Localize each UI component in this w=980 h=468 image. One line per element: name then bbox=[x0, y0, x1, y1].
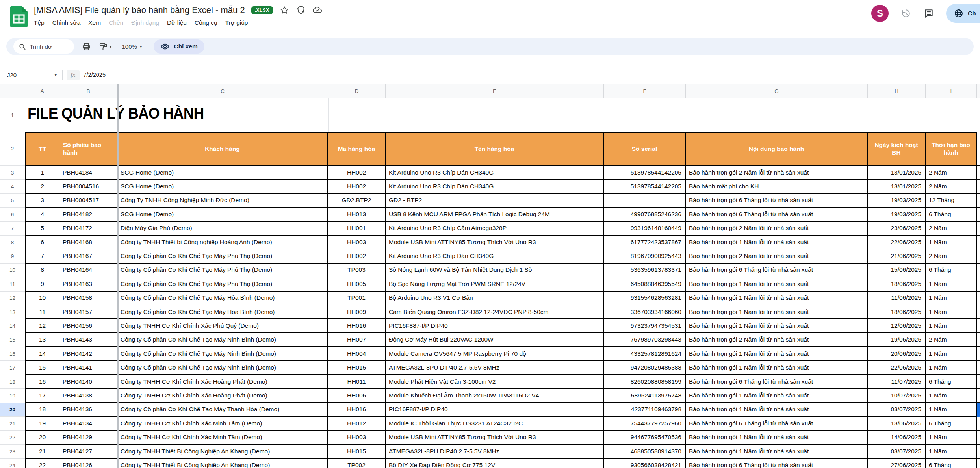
cell[interactable]: PBH04143 bbox=[59, 333, 117, 346]
cell[interactable]: PIC16F887-I/P DIP40 bbox=[386, 319, 604, 332]
cell[interactable]: Bảo hành trọn gói 6 Tháng lỗi từ nhà sản… bbox=[686, 264, 868, 277]
cell[interactable]: Bảo hành trọn gói 1 Năm lỗi từ nhà sản x… bbox=[686, 347, 868, 360]
cell[interactable]: 13 bbox=[25, 333, 59, 346]
comments-icon[interactable] bbox=[923, 8, 934, 19]
row-header-11[interactable]: 11 bbox=[0, 277, 25, 291]
cell[interactable]: Bảo hành trọn gói 1 Năm lỗi từ nhà sản x… bbox=[686, 445, 868, 458]
cell[interactable]: Kit Arduino Uno R3 Chíp Cắm Atmega328P bbox=[386, 222, 604, 235]
cell[interactable]: 6 Tháng bbox=[926, 264, 977, 277]
cell[interactable]: PBH0004517 bbox=[59, 194, 117, 207]
cell[interactable]: Công ty Cổ phần Cơ Khí Chế Tạo Máy Thanh… bbox=[117, 403, 328, 416]
cell[interactable]: 17 bbox=[25, 389, 59, 402]
cell[interactable]: USB 8 Kênh MCU ARM FPGA Phân Tích Logic … bbox=[386, 208, 604, 221]
column-header-cell[interactable]: Ngày kích hoạt BH bbox=[868, 132, 926, 165]
cell[interactable]: 18 bbox=[25, 403, 59, 416]
cell[interactable]: GĐ2 - BTP2 bbox=[386, 194, 604, 207]
cell[interactable]: 20 bbox=[25, 431, 59, 444]
cell[interactable]: 21 bbox=[25, 445, 59, 458]
cell[interactable]: Công ty Cổ phần Cơ Khí Chế Tạo Máy Hòa B… bbox=[117, 292, 328, 305]
cell[interactable]: Bảo hành trọn gói 1 Năm lỗi từ nhà sản x… bbox=[686, 389, 868, 402]
column-header-cell[interactable]: Tên hàng hóa bbox=[386, 132, 604, 165]
cell[interactable]: 22/06/2025 bbox=[868, 236, 926, 249]
zoom-control[interactable]: 100% ▾ bbox=[122, 43, 142, 50]
cell[interactable]: 10/07/2025 bbox=[868, 389, 926, 402]
cell[interactable]: Cảm Biến Quang Omron E3Z-D82 12-24VDC PN… bbox=[386, 305, 604, 318]
cell[interactable]: Kit Arduino Uno R3 Chíp Dán CH340G bbox=[386, 249, 604, 262]
cell[interactable]: 7 bbox=[25, 249, 59, 262]
cell[interactable]: PBH04141 bbox=[59, 361, 117, 374]
cell[interactable]: 589524113975748 bbox=[604, 389, 686, 402]
cell[interactable]: 22 bbox=[25, 459, 59, 468]
cell[interactable]: 6 Tháng bbox=[926, 459, 977, 468]
cell[interactable]: 8 bbox=[25, 264, 59, 277]
cell[interactable]: 14/06/2025 bbox=[868, 431, 926, 444]
cell[interactable]: Công ty TNHH Cơ Khí Chính Xác Phú Quý (D… bbox=[117, 319, 328, 332]
row-header-24[interactable]: 24 bbox=[0, 459, 25, 468]
row-header-2[interactable]: 2 bbox=[0, 132, 25, 166]
cell[interactable]: Công ty Cổ phần Cơ Khí Chế Tạo Máy Ninh … bbox=[117, 333, 328, 346]
cell[interactable]: Động Cơ Máy Hút Bụi 220VAC 1200W bbox=[386, 333, 604, 346]
cell[interactable]: 993196148160449 bbox=[604, 222, 686, 235]
column-header-H[interactable]: H bbox=[868, 84, 926, 98]
cell[interactable]: PBH04134 bbox=[59, 417, 117, 430]
cell[interactable]: 2 Năm bbox=[926, 333, 977, 346]
cell[interactable]: TP001 bbox=[328, 292, 386, 305]
cell[interactable]: HH002 bbox=[328, 166, 386, 179]
cell[interactable]: 513978544142205 bbox=[604, 180, 686, 193]
cell[interactable]: 16 bbox=[25, 375, 59, 388]
row-header-14[interactable]: 14 bbox=[0, 319, 25, 333]
menu-tep[interactable]: Tệp bbox=[34, 18, 48, 28]
cell[interactable]: 1 Năm bbox=[926, 236, 977, 249]
cell[interactable]: Module Khuếch Đại Âm Thanh 2x150W TPA311… bbox=[386, 389, 604, 402]
column-header-cell[interactable]: Số serial bbox=[604, 132, 686, 165]
cell[interactable]: 12 Tháng bbox=[926, 194, 977, 207]
column-header-cell[interactable]: TT bbox=[25, 132, 59, 165]
cell[interactable]: HH002 bbox=[328, 249, 386, 262]
menu-xem[interactable]: Xem bbox=[84, 18, 105, 28]
cell[interactable]: 14 bbox=[25, 347, 59, 360]
cell[interactable]: 819670900925443 bbox=[604, 249, 686, 262]
cell[interactable]: 27/06/2025 bbox=[868, 459, 926, 468]
cell[interactable]: PBH04168 bbox=[59, 236, 117, 249]
menu-tro-giup[interactable]: Trợ giúp bbox=[221, 18, 252, 28]
frozen-pane-divider[interactable] bbox=[117, 84, 119, 468]
row-header-12[interactable]: 12 bbox=[0, 292, 25, 305]
cell[interactable]: 19/06/2025 bbox=[868, 333, 926, 346]
name-box[interactable]: J20 ▾ bbox=[0, 72, 62, 78]
menu-search-field[interactable]: Trình đơ bbox=[13, 39, 74, 54]
cell[interactable]: Bảo hành trọn gói 1 Năm lỗi từ nhà sản x… bbox=[686, 305, 868, 318]
cell[interactable]: 1 Năm bbox=[926, 389, 977, 402]
cell[interactable]: 3 bbox=[25, 194, 59, 207]
row-header-3[interactable]: 3 bbox=[0, 166, 25, 180]
row-header-19[interactable]: 19 bbox=[0, 389, 25, 403]
cell[interactable]: Bảo hành trọn gói 2 Năm lỗi từ nhà sản x… bbox=[686, 222, 868, 235]
row-header-22[interactable]: 22 bbox=[0, 431, 25, 444]
cell[interactable]: Bảo hành trọn gói 1 Năm lỗi từ nhà sản x… bbox=[686, 277, 868, 290]
column-header-I[interactable]: I bbox=[926, 84, 977, 98]
menu-cong-cu[interactable]: Công cụ bbox=[191, 18, 221, 28]
cell[interactable]: 15 bbox=[25, 361, 59, 374]
cell[interactable]: 18/06/2025 bbox=[868, 277, 926, 290]
cell[interactable]: 13/06/2025 bbox=[868, 417, 926, 430]
cell[interactable]: 18/06/2025 bbox=[868, 305, 926, 318]
cell[interactable]: Công ty TNHH Thiết Bị Công Nghiệp An Kha… bbox=[117, 445, 328, 458]
cell[interactable]: HH015 bbox=[328, 361, 386, 374]
cell[interactable]: PBH04158 bbox=[59, 292, 117, 305]
cell[interactable]: 13/01/2025 bbox=[868, 180, 926, 193]
cell[interactable]: 1 Năm bbox=[926, 292, 977, 305]
cell[interactable]: 1 Năm bbox=[926, 403, 977, 416]
cell[interactable]: Bảo hành trọn gói 2 Năm lỗi từ nhà sản x… bbox=[686, 333, 868, 346]
cell[interactable]: 20/06/2025 bbox=[868, 347, 926, 360]
formula-bar-value[interactable]: 7/2/2025 bbox=[84, 72, 106, 78]
cell[interactable]: Bảo hành trọn gói 6 Tháng lỗi từ nhà sản… bbox=[686, 459, 868, 468]
cell[interactable]: PBH04138 bbox=[59, 389, 117, 402]
cell[interactable]: Công ty Cổ phần Cơ Khí Chế Tạo Máy Phú T… bbox=[117, 249, 328, 262]
cell[interactable]: 433257812891624 bbox=[604, 347, 686, 360]
cell[interactable]: PBH04167 bbox=[59, 249, 117, 262]
cell[interactable]: HH016 bbox=[328, 403, 386, 416]
cell[interactable]: PBH04164 bbox=[59, 264, 117, 277]
cell[interactable]: HH011 bbox=[328, 375, 386, 388]
cell[interactable]: Công ty TNHH Thiết bị Công nghiệp Hoàng … bbox=[117, 236, 328, 249]
cell[interactable]: Bảo hành trọn gói 1 Năm lỗi từ nhà sản x… bbox=[686, 403, 868, 416]
row-header-16[interactable]: 16 bbox=[0, 347, 25, 361]
